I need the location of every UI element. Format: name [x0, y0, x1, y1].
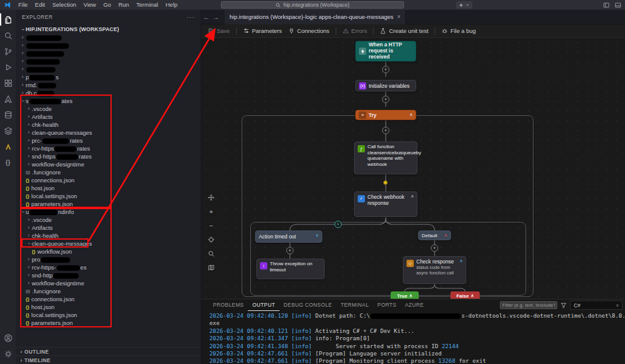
create-unit-test-button[interactable]: Create unit test	[380, 27, 428, 34]
tree-item-redacted[interactable]: ›ps	[16, 73, 201, 81]
menu-help[interactable]: Help	[162, 0, 181, 10]
menu-run[interactable]: Run	[115, 0, 132, 10]
tree-item-clean-queue-messages[interactable]: ›clean-queue-messages	[16, 129, 201, 137]
tree-item-redacted[interactable]: ›	[16, 34, 201, 41]
true-branch-node[interactable]: True ∧	[391, 291, 419, 299]
timeout-case-node[interactable]: Action timed out ∧	[255, 230, 322, 243]
settings-icon[interactable]	[0, 346, 16, 362]
explorer-icon[interactable]	[0, 12, 16, 27]
add-step-icon[interactable]: +	[431, 244, 438, 252]
source-control-icon[interactable]	[0, 43, 16, 59]
fit-view-icon[interactable]	[206, 235, 216, 244]
panel-tab-debug-console[interactable]: DEBUG CONSOLE	[280, 299, 336, 311]
timeline-section[interactable]: › TIMELINE	[16, 355, 201, 364]
tree-item-vscode[interactable]: ›.vscode	[16, 105, 201, 113]
collapse-icon[interactable]: ∧	[316, 233, 319, 238]
tree-item-redacted[interactable]: ›undinfo	[16, 208, 201, 216]
tree-item-workflow-json[interactable]: {}workflow.json	[16, 248, 201, 255]
panel-tab-problems[interactable]: PROBLEMS	[209, 299, 248, 311]
layout-panel-icon[interactable]	[615, 2, 621, 9]
tree-item-redacted[interactable]: ›	[16, 41, 201, 49]
logic-apps-icon[interactable]	[0, 138, 16, 154]
filter-funnel-icon[interactable]	[560, 302, 567, 309]
collapse-icon[interactable]: ∧	[411, 194, 414, 199]
tree-item-redacted[interactable]: ›rmd.	[16, 81, 201, 89]
false-branch-node[interactable]: False ∧	[450, 291, 480, 299]
tree-item-redacted[interactable]: ›sates	[16, 97, 201, 105]
trigger-node-http-request[interactable]: When a HTTP request is received	[355, 41, 416, 62]
tree-item-artifacts[interactable]: ›Artifacts	[16, 113, 201, 121]
database-icon[interactable]	[0, 107, 16, 123]
tree-item-redacted[interactable]: ›snd-httpsrates	[16, 152, 201, 160]
search-icon[interactable]	[206, 249, 216, 259]
save-button[interactable]: Save	[208, 27, 230, 34]
tree-item-connections-json[interactable]: {}connections.json	[16, 176, 201, 184]
tree-item-redacted[interactable]: ›	[16, 65, 201, 73]
file-a-bug-button[interactable]: File a bug	[441, 27, 476, 34]
tree-item-hip-integrations-workspace[interactable]: ›HIP.INTEGRATIONS (WORKSPACE)	[16, 26, 201, 34]
tree-item-redacted[interactable]: ›rcv-https-es	[16, 263, 201, 271]
tree-item-clean-queue-messages[interactable]: ›clean-queue-messages	[16, 240, 201, 248]
default-case-node[interactable]: Default ∧	[418, 230, 451, 240]
tab-clean-queue-messages[interactable]: hip.integrations (Workspace)-logic apps-…	[225, 10, 406, 24]
zoom-out-icon[interactable]: −	[206, 221, 216, 230]
menu-selection[interactable]: Selection	[49, 0, 80, 10]
panel-tab-azure[interactable]: AZURE	[400, 299, 428, 311]
tree-item-chk-health[interactable]: ›chk-health	[16, 121, 201, 129]
tree-item-parameters-json[interactable]: {}parameters.json	[16, 200, 201, 208]
tree-item-redacted[interactable]: ›	[16, 57, 201, 65]
tree-item-host-json[interactable]: {}host.json	[16, 184, 201, 192]
menu-terminal[interactable]: Terminal	[132, 0, 162, 10]
try-scope-node[interactable]: ≡ Try ∧	[355, 110, 416, 120]
tree-item-redacted[interactable]: ›prc-rates	[16, 137, 201, 145]
tree-item-redacted[interactable]: ›pro	[16, 255, 201, 263]
tree-item-redacted[interactable]: ›	[16, 49, 201, 57]
minimap-icon[interactable]	[206, 263, 216, 273]
collapse-icon[interactable]: ∧	[471, 293, 474, 298]
tree-item-vscode[interactable]: ›.vscode	[16, 216, 201, 224]
menu-edit[interactable]: Edit	[31, 0, 48, 10]
collapse-icon[interactable]: ∧	[444, 233, 447, 238]
breakpoint-dot[interactable]	[383, 180, 388, 185]
tree-item-redacted[interactable]: ›db.c	[16, 89, 201, 97]
run-and-debug-icon[interactable]	[0, 59, 16, 75]
panel-tab-ports[interactable]: PORTS	[373, 299, 400, 311]
workspace-search-box[interactable]: hip.integrations (Workspace)	[221, 1, 404, 9]
check-webhook-node[interactable]: ✓ Check webhook response ∧	[354, 191, 417, 217]
menu-go[interactable]: Go	[99, 0, 115, 10]
tree-item-host-json[interactable]: {}host.json	[16, 303, 201, 311]
initialize-variables-node[interactable]: {x} Initialize variables	[355, 80, 416, 91]
tree-item-workflow-designtime[interactable]: ›workflow-designtime	[16, 279, 201, 287]
menu-view[interactable]: View	[80, 0, 99, 10]
account-icon[interactable]	[0, 330, 16, 346]
tree-item-redacted[interactable]: ›rcv-httpsrates	[16, 145, 201, 152]
add-step-icon[interactable]: +	[382, 96, 389, 103]
more-actions-icon[interactable]: ···	[187, 14, 195, 21]
title-widget-button[interactable]	[456, 1, 472, 9]
errors-button[interactable]: Errors	[342, 27, 367, 34]
collapse-icon[interactable]: ∧	[410, 112, 413, 117]
add-step-icon[interactable]: +	[286, 247, 294, 254]
extensions-icon[interactable]	[0, 75, 16, 91]
call-function-node[interactable]: ƒ Call function cleanservicebusqueueby q…	[354, 141, 417, 174]
layout-sidebar-icon[interactable]	[603, 2, 610, 9]
tree-item-workflow-designtime[interactable]: ›workflow-designtime	[16, 160, 201, 168]
tree-item-funcignore[interactable]: ▤.funcignore	[16, 168, 201, 176]
parameters-button[interactable]: Parameters	[243, 27, 282, 34]
output-channel-select[interactable]: C# ∨	[570, 301, 623, 310]
logic-app-designer-canvas[interactable]: When a HTTP request is received + {x} In…	[201, 38, 625, 299]
tree-item-chk-health[interactable]: ›chk-health	[16, 232, 201, 240]
azure-icon[interactable]	[0, 91, 16, 107]
layers-icon[interactable]	[0, 123, 16, 138]
back-icon[interactable]: ←	[201, 13, 211, 21]
tree-item-funcignore[interactable]: ▤.funcignore	[16, 287, 201, 295]
tree-item-redacted[interactable]: ›snd-http	[16, 271, 201, 279]
output-filter-input[interactable]	[500, 301, 557, 309]
json-braces-icon[interactable]: {}	[0, 154, 16, 170]
collapse-icon[interactable]: ∧	[460, 259, 463, 263]
search-icon[interactable]	[0, 27, 16, 43]
collapse-icon[interactable]: ∧	[409, 293, 412, 298]
connections-button[interactable]: Connections	[288, 27, 330, 34]
tree-item-local-settings-json[interactable]: {}local.settings.json	[16, 192, 201, 200]
add-case-icon[interactable]: +	[334, 221, 342, 228]
